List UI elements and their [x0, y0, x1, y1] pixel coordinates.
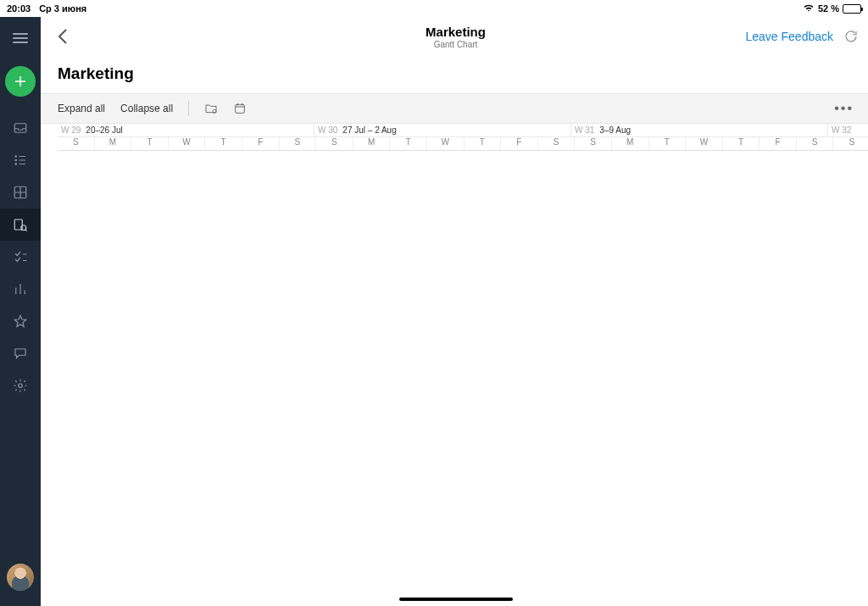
svg-rect-0: [14, 124, 26, 133]
day-header: S: [316, 137, 353, 150]
refresh-icon[interactable]: [843, 29, 859, 44]
sidebar-item-board[interactable]: [0, 176, 41, 208]
day-header: W: [427, 137, 465, 150]
week-header: W 313–9 Aug: [571, 124, 828, 136]
day-header: F: [760, 137, 797, 150]
sidebar-item-tasks[interactable]: [0, 241, 41, 273]
status-time: 20:03: [7, 3, 31, 14]
wifi-icon: [803, 3, 815, 14]
expand-all-button[interactable]: Expand all: [58, 103, 105, 114]
chevron-left-icon: [57, 28, 69, 45]
day-header: T: [205, 137, 242, 150]
toolbar: Expand all Collapse all •••: [41, 93, 868, 124]
status-date: Ср 3 июня: [39, 3, 86, 14]
day-header: S: [575, 137, 612, 150]
sidebar-item-settings[interactable]: [0, 370, 41, 402]
day-header: S: [538, 137, 576, 150]
sidebar-item-search[interactable]: [0, 208, 41, 241]
page-title: Marketing: [41, 56, 868, 93]
day-header: F: [242, 137, 280, 150]
svg-point-1: [15, 156, 17, 158]
folder-settings-icon[interactable]: [204, 102, 218, 115]
week-header: W 3027 Jul – 2 Aug: [314, 124, 571, 136]
plus-icon: [13, 74, 28, 89]
day-header: F: [501, 137, 538, 150]
day-header: S: [280, 137, 317, 150]
divider: [188, 101, 189, 116]
hamburger-icon: [13, 33, 28, 43]
day-header: T: [649, 137, 687, 150]
svg-rect-9: [236, 104, 245, 113]
sidebar-item-chat[interactable]: [0, 337, 41, 370]
calendar-icon[interactable]: [233, 102, 247, 115]
battery-icon: [843, 4, 861, 14]
day-header: S: [833, 137, 868, 150]
home-indicator: [399, 598, 513, 601]
day-header: S: [58, 137, 95, 150]
sidebar-item-inbox[interactable]: [0, 112, 41, 144]
sidebar-item-reports[interactable]: [0, 273, 41, 305]
menu-button[interactable]: [0, 22, 41, 54]
svg-point-7: [19, 384, 23, 388]
day-header: T: [390, 137, 427, 150]
day-header: W: [169, 137, 206, 150]
status-bar: 20:03 Ср 3 июня 52 %: [0, 0, 868, 17]
svg-point-3: [15, 164, 17, 165]
header-subtitle: Gantt Chart: [426, 40, 486, 49]
header: Marketing Gantt Chart Leave Feedback: [41, 17, 868, 56]
sidebar-item-starred[interactable]: [0, 305, 41, 337]
day-header: S: [797, 137, 834, 150]
day-header: T: [131, 137, 169, 150]
avatar[interactable]: [7, 564, 34, 591]
day-header: T: [465, 137, 502, 150]
day-header: T: [723, 137, 760, 150]
week-header: W 2920–26 Jul: [58, 124, 314, 136]
day-header: W: [686, 137, 723, 150]
header-title: Marketing: [426, 25, 486, 39]
day-header: M: [95, 137, 132, 150]
collapse-all-button[interactable]: Collapse all: [120, 103, 173, 114]
sidebar-item-list[interactable]: [0, 144, 41, 176]
leave-feedback-link[interactable]: Leave Feedback: [745, 30, 833, 43]
back-button[interactable]: [53, 26, 73, 47]
week-header: W 32: [828, 124, 868, 136]
more-button[interactable]: •••: [834, 101, 854, 116]
day-header: M: [353, 137, 391, 150]
svg-point-2: [15, 159, 17, 161]
timeline-header: W 2920–26 JulW 3027 Jul – 2 AugW 313–9 A…: [58, 124, 868, 151]
battery-percent: 52 %: [818, 3, 839, 14]
sidebar: [0, 17, 41, 606]
add-button[interactable]: [5, 66, 36, 97]
day-header: M: [612, 137, 649, 150]
